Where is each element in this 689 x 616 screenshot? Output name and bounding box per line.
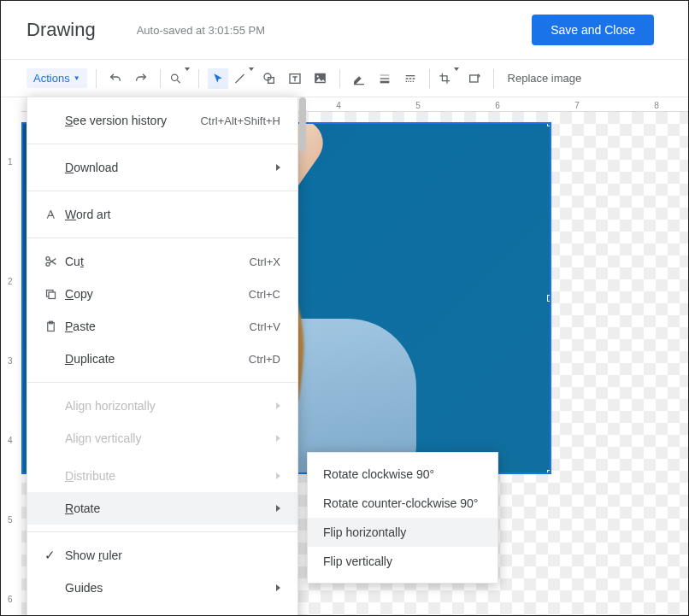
replace-image-button[interactable]: Replace image bbox=[503, 72, 587, 85]
menu-item-copy[interactable]: Copy Ctrl+C bbox=[27, 278, 297, 310]
shortcut: Ctrl+C bbox=[249, 288, 280, 301]
text-box-button[interactable] bbox=[285, 68, 305, 89]
svg-rect-7 bbox=[469, 75, 477, 82]
line-tool-button[interactable] bbox=[233, 68, 254, 89]
blank-icon bbox=[44, 350, 65, 367]
border-color-button[interactable] bbox=[349, 68, 369, 89]
separator bbox=[339, 69, 340, 88]
submenu-arrow-icon bbox=[276, 472, 280, 479]
ruler-mark: 5 bbox=[8, 515, 13, 525]
menu-label: Copy bbox=[65, 287, 249, 301]
menu-label: Distribute bbox=[65, 469, 276, 483]
svg-rect-10 bbox=[49, 292, 56, 299]
dropdown-triangle-icon: ▼ bbox=[74, 74, 80, 82]
menu-item-snap-to[interactable]: Snap to (X) bbox=[27, 604, 297, 616]
menu-label: Rotate bbox=[65, 502, 276, 515]
scrollbar-thumb[interactable] bbox=[299, 97, 306, 152]
zoom-button[interactable] bbox=[169, 68, 190, 89]
submenu-label: Flip vertically bbox=[323, 554, 392, 568]
menu-item-word-art[interactable]: Word art bbox=[27, 198, 297, 231]
copy-icon bbox=[44, 285, 65, 302]
vertical-ruler: 1 2 3 4 5 6 bbox=[6, 112, 21, 615]
reset-image-button[interactable] bbox=[464, 68, 485, 89]
menu-item-version-history[interactable]: See version history Ctrl+Alt+Shift+H bbox=[27, 104, 297, 137]
shape-tool-button[interactable] bbox=[259, 68, 280, 89]
submenu-arrow-icon bbox=[276, 505, 280, 512]
menu-item-duplicate[interactable]: Duplicate Ctrl+D bbox=[27, 343, 297, 375]
redo-button[interactable] bbox=[131, 68, 151, 89]
resize-handle-bottom-right[interactable] bbox=[547, 470, 551, 474]
menu-label: Align horizontally bbox=[65, 399, 276, 413]
rotate-submenu: Rotate clockwise 90° Rotate counter-cloc… bbox=[307, 452, 498, 584]
menu-divider bbox=[27, 531, 297, 532]
submenu-item-flip-vertically[interactable]: Flip vertically bbox=[308, 547, 498, 576]
ruler-mark: 6 bbox=[8, 595, 13, 604]
checkmark-icon: ✓ bbox=[44, 547, 65, 564]
menu-label: Cut bbox=[65, 255, 250, 268]
separator bbox=[429, 69, 430, 88]
menu-divider bbox=[27, 382, 297, 383]
border-dash-button[interactable] bbox=[400, 68, 421, 89]
submenu-item-flip-horizontally[interactable]: Flip horizontally bbox=[308, 518, 498, 547]
ruler-mark: 2 bbox=[8, 277, 13, 286]
submenu-label: Rotate counter-clockwise 90° bbox=[323, 496, 478, 510]
crop-button[interactable] bbox=[439, 68, 459, 89]
menu-divider bbox=[27, 144, 297, 144]
separator bbox=[160, 69, 161, 88]
actions-menu-button[interactable]: Actions ▼ bbox=[26, 68, 87, 88]
menu-label: Show ruler bbox=[65, 549, 280, 562]
menu-item-download[interactable]: Download bbox=[27, 151, 297, 184]
submenu-arrow-icon bbox=[276, 164, 280, 171]
menu-divider bbox=[27, 238, 297, 238]
resize-handle-right[interactable] bbox=[547, 295, 551, 302]
resize-handle-top-right[interactable] bbox=[547, 122, 551, 126]
submenu-item-rotate-ccw[interactable]: Rotate counter-clockwise 90° bbox=[308, 489, 498, 518]
ruler-mark: 4 bbox=[336, 101, 341, 110]
dialog-title: Drawing bbox=[26, 19, 96, 41]
svg-point-8 bbox=[46, 257, 50, 261]
undo-button[interactable] bbox=[105, 68, 126, 89]
scissors-icon bbox=[44, 253, 65, 270]
menu-item-guides[interactable]: Guides bbox=[27, 572, 297, 604]
word-art-icon bbox=[44, 206, 65, 223]
submenu-item-rotate-cw[interactable]: Rotate clockwise 90° bbox=[308, 460, 498, 489]
menu-item-show-ruler[interactable]: ✓ Show ruler bbox=[27, 539, 297, 572]
insert-image-button[interactable] bbox=[310, 68, 331, 89]
ruler-mark: 7 bbox=[574, 101, 580, 110]
border-weight-button[interactable] bbox=[374, 68, 395, 89]
blank-icon bbox=[44, 430, 65, 447]
chevron-down-icon bbox=[246, 71, 254, 86]
ruler-mark: 1 bbox=[8, 157, 13, 167]
submenu-label: Rotate clockwise 90° bbox=[323, 467, 434, 481]
menu-item-paste[interactable]: Paste Ctrl+V bbox=[27, 310, 297, 343]
separator bbox=[198, 69, 199, 88]
menu-item-rotate[interactable]: Rotate bbox=[27, 492, 297, 525]
blank-icon bbox=[44, 500, 65, 517]
svg-rect-6 bbox=[354, 84, 364, 85]
menu-label: Word art bbox=[65, 208, 280, 221]
shortcut: Ctrl+Alt+Shift+H bbox=[200, 114, 280, 127]
menu-divider bbox=[27, 191, 297, 191]
dialog-header: Drawing Auto-saved at 3:01:55 PM Save an… bbox=[1, 1, 688, 60]
menu-item-align-horizontally: Align horizontally bbox=[27, 390, 297, 422]
svg-point-0 bbox=[171, 74, 178, 81]
menu-label: See version history bbox=[65, 114, 200, 127]
submenu-label: Flip horizontally bbox=[323, 525, 406, 539]
ruler-mark: 5 bbox=[415, 101, 421, 110]
separator bbox=[493, 69, 494, 88]
blank-icon bbox=[44, 112, 65, 129]
svg-point-5 bbox=[317, 75, 319, 77]
ruler-mark: 4 bbox=[8, 436, 13, 445]
select-tool-button[interactable] bbox=[208, 68, 228, 89]
clipboard-icon bbox=[44, 318, 65, 335]
chevron-down-icon bbox=[182, 71, 190, 86]
blank-icon bbox=[44, 397, 65, 414]
shortcut: Ctrl+V bbox=[250, 320, 280, 333]
submenu-arrow-icon bbox=[276, 402, 280, 409]
ruler-mark: 6 bbox=[495, 101, 500, 110]
save-and-close-button[interactable]: Save and Close bbox=[532, 15, 654, 45]
header-left: Drawing Auto-saved at 3:01:55 PM bbox=[26, 19, 265, 41]
ruler-mark: 8 bbox=[654, 101, 659, 110]
menu-item-cut[interactable]: Cut Ctrl+X bbox=[27, 245, 297, 278]
ruler-mark: 3 bbox=[8, 356, 13, 366]
